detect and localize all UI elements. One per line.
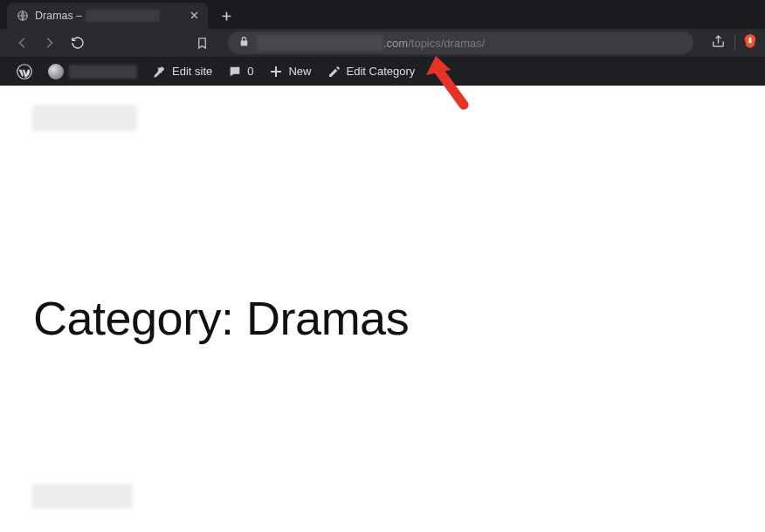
separator [734,35,735,51]
url-domain-fragment: .com [383,37,408,50]
url-path: /topics/dramas/ [408,37,485,50]
wp-edit-category[interactable]: Edit Category [320,57,424,86]
tab-title-redacted [86,10,160,22]
tab-title-prefix: Dramas – [35,10,82,22]
page-title: Category: Dramas [33,291,409,345]
wp-comments-count: 0 [247,65,253,78]
bookmark-icon[interactable] [193,34,210,52]
wp-edit-site-label: Edit site [172,65,212,78]
url-bar[interactable]: .com /topics/dramas/ [228,31,693,54]
close-icon[interactable] [190,9,199,23]
browser-toolbar: .com /topics/dramas/ [0,29,765,57]
wp-edit-category-label: Edit Category [347,65,416,78]
site-title-redacted [32,105,137,131]
share-icon[interactable] [711,34,726,52]
wp-admin-bar: Edit site 0 New Edit Category [0,57,765,86]
browser-tab-active[interactable]: Dramas – [7,3,208,29]
wp-comments[interactable]: 0 [220,57,261,86]
new-tab-button[interactable] [213,3,239,29]
wp-site-link[interactable] [40,57,145,86]
wp-new[interactable]: New [261,57,319,86]
browser-tab-strip: Dramas – [0,0,765,29]
wp-edit-site[interactable]: Edit site [145,57,220,86]
lock-icon [238,36,250,50]
wp-site-name-redacted [69,65,137,79]
post-title-redacted [32,484,133,508]
globe-icon [16,10,29,23]
brave-icon[interactable] [744,34,756,52]
wp-new-label: New [288,65,311,78]
reload-button[interactable] [69,34,86,52]
back-button[interactable] [14,34,31,52]
url-domain-redacted [257,35,383,51]
page-content: Category: Dramas [0,86,765,532]
forward-button[interactable] [40,34,58,52]
wp-logo-icon[interactable] [9,57,40,86]
site-avatar-icon [48,64,64,79]
toolbar-right [711,34,756,52]
